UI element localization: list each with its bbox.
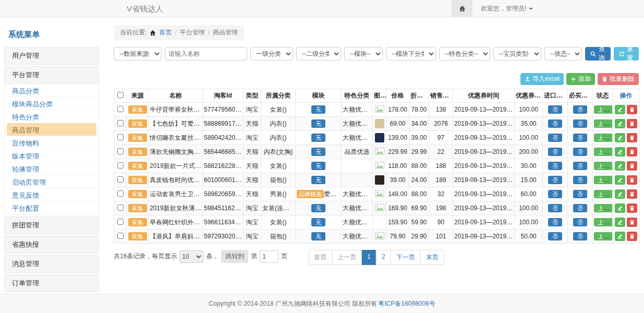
sidebar-group-拼团管理[interactable]: 拼团管理 (4, 216, 99, 234)
edit-button[interactable] (615, 175, 625, 185)
row-checkbox[interactable] (117, 204, 124, 211)
page-button-下一页[interactable]: 下一页 (391, 250, 421, 265)
sidebar-item-版本管理[interactable]: 版本管理 (5, 149, 99, 162)
row-checkbox[interactable] (117, 148, 124, 154)
home-button[interactable] (452, 0, 472, 17)
page-button-首页[interactable]: 首页 (308, 250, 332, 265)
item-type-select[interactable]: --宝贝类型-- (493, 47, 541, 61)
row-checkbox[interactable] (117, 106, 124, 112)
row-checkbox[interactable] (117, 120, 124, 126)
must-buy-toggle[interactable]: 否 (573, 162, 587, 170)
jump-button[interactable]: 跳转到 (221, 250, 248, 263)
module-none-badge[interactable]: 无 (311, 232, 325, 240)
sidebar-item-宣传物料[interactable]: 宣传物料 (5, 136, 99, 149)
module-none-badge[interactable]: 无 (311, 105, 325, 114)
status-button[interactable]: 上架 (594, 204, 613, 212)
must-buy-toggle[interactable]: 否 (573, 218, 587, 226)
edit-button[interactable] (615, 218, 625, 227)
module-subcategory-select[interactable]: --模块下分类-- (386, 47, 436, 61)
module-none-badge[interactable]: 无 (311, 204, 325, 212)
sidebar-item-模块商品分类[interactable]: 模块商品分类 (5, 97, 99, 110)
delete-button[interactable] (627, 232, 637, 241)
row-checkbox[interactable] (117, 233, 124, 239)
icp-link[interactable]: 粤ICP备16098006号 (378, 299, 435, 308)
sidebar-item-商品管理[interactable]: 商品管理 (7, 123, 96, 136)
sidebar-item-商品分类[interactable]: 商品分类 (5, 84, 99, 97)
delete-button[interactable] (627, 203, 637, 213)
edit-button[interactable] (615, 203, 625, 213)
status-button[interactable]: 上架 (594, 119, 613, 128)
row-checkbox[interactable] (117, 176, 124, 183)
import-select-toggle[interactable]: 否 (548, 176, 562, 184)
delete-button[interactable] (627, 147, 637, 156)
import-excel-button[interactable]: 导入excel (520, 73, 564, 85)
must-buy-toggle[interactable]: 否 (573, 190, 587, 198)
import-select-toggle[interactable]: 否 (548, 204, 562, 212)
page-button-1[interactable]: 1 (361, 250, 376, 265)
status-button[interactable]: 上架 (594, 148, 613, 156)
user-menu[interactable]: 欢迎您，管理员! (481, 4, 533, 13)
status-button[interactable]: 上架 (594, 218, 613, 226)
delete-button[interactable] (627, 189, 637, 199)
edit-button[interactable] (615, 189, 625, 199)
row-checkbox[interactable] (117, 190, 124, 197)
edit-button[interactable] (615, 133, 625, 142)
import-select-toggle[interactable]: 否 (548, 232, 562, 240)
page-button-2[interactable]: 2 (376, 250, 391, 265)
edit-button[interactable] (615, 232, 625, 241)
edit-button[interactable] (615, 105, 625, 114)
row-checkbox[interactable] (117, 219, 124, 225)
delete-button[interactable] (627, 175, 637, 185)
level1-category-select[interactable]: 一级分类 (250, 47, 293, 61)
delete-button[interactable] (627, 119, 637, 128)
page-button-上一页[interactable]: 上一页 (332, 250, 362, 265)
sidebar-item-轮播管理[interactable]: 轮播管理 (5, 162, 99, 175)
import-select-toggle[interactable]: 否 (548, 134, 562, 142)
import-select-toggle[interactable]: 否 (548, 105, 562, 114)
module-none-badge[interactable]: 无 (311, 119, 325, 128)
sidebar-group-省惠快报[interactable]: 省惠快报 (4, 236, 99, 254)
row-checkbox[interactable] (117, 162, 124, 168)
must-buy-toggle[interactable]: 否 (573, 148, 587, 156)
sidebar-group-用户管理[interactable]: 用户管理 (4, 47, 99, 65)
sidebar-group-订单管理[interactable]: 订单管理 (4, 274, 99, 292)
must-buy-toggle[interactable]: 否 (573, 232, 587, 240)
must-buy-toggle[interactable]: 否 (573, 105, 587, 114)
module-none-badge[interactable]: 无 (311, 148, 325, 156)
status-select[interactable]: --状态-- (544, 47, 582, 61)
module-none-badge[interactable]: 无 (311, 218, 325, 226)
select-all-checkbox[interactable] (117, 92, 124, 98)
sidebar-item-意见反馈[interactable]: 意见反馈 (5, 188, 99, 201)
sidebar-item-启动页管理[interactable]: 启动页管理 (5, 175, 99, 188)
status-button[interactable]: 上架 (594, 232, 613, 240)
search-button[interactable]: 查询 (585, 47, 611, 61)
delete-button[interactable] (627, 161, 637, 171)
must-buy-toggle[interactable]: 否 (573, 204, 587, 212)
jump-page-input[interactable] (260, 250, 278, 263)
import-select-toggle[interactable]: 否 (548, 190, 562, 198)
module-none-badge[interactable]: 无 (311, 162, 325, 170)
must-buy-toggle[interactable]: 否 (573, 134, 587, 142)
edit-button[interactable] (615, 161, 625, 171)
sidebar-item-平台配置[interactable]: 平台配置 (5, 201, 99, 214)
breadcrumb-home-link[interactable]: 首页 (159, 28, 172, 37)
reset-button[interactable]: 重置 (614, 47, 639, 61)
add-button[interactable]: 添加 (566, 73, 595, 85)
delete-button[interactable] (627, 133, 637, 142)
module-none-badge[interactable]: 无 (311, 176, 325, 184)
module-select[interactable]: --模块-- (344, 47, 383, 61)
status-button[interactable]: 上架 (594, 162, 613, 170)
import-select-toggle[interactable]: 否 (548, 148, 562, 156)
delete-button[interactable] (627, 218, 637, 227)
batch-delete-button[interactable]: 批量删除 (598, 73, 639, 85)
level2-category-select[interactable]: --二级分类-- (296, 47, 341, 61)
import-select-toggle[interactable]: 否 (548, 162, 562, 170)
must-buy-toggle[interactable]: 否 (573, 119, 587, 128)
status-button[interactable]: 上架 (594, 176, 613, 184)
module-brand-badge[interactable]: 品牌精选 (297, 190, 324, 198)
status-button[interactable]: 上架 (594, 134, 613, 142)
sidebar-item-特色分类[interactable]: 特色分类 (5, 110, 99, 123)
delete-button[interactable] (627, 105, 637, 114)
data-source-select[interactable]: --数据来源-- (114, 47, 162, 61)
status-button[interactable]: 上架 (594, 190, 613, 198)
